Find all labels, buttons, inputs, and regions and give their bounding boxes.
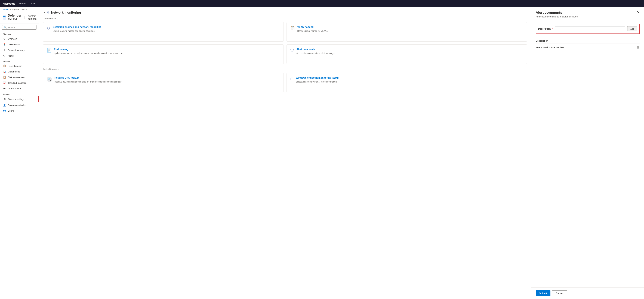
right-panel: Alert comments Add custom comments to al… [531,7,644,299]
device-inventory-icon: 🖥 [3,49,6,52]
custom-alert-rules-icon: 👤 [3,104,6,107]
reverse-dns-desc: Resolve device hostnames based on IP add… [54,80,122,83]
overview-icon: ⊙ [3,37,6,40]
main-layout: Home > System settings 🛡 Defender for Io… [0,7,644,299]
detection-engines-desc: Enable learning modes and engine coverag… [53,30,102,33]
top-bar: Microsoft contoso - 22.2.6 [0,0,644,7]
port-naming-title: Port naming [54,48,125,51]
sidebar-item-device-inventory[interactable]: 🖥 Device inventory [0,47,38,53]
nav-section-label-manage: Manage [0,91,38,96]
port-naming-icon: 📄 [47,48,52,53]
sidebar-item-device-map[interactable]: 📍 Device map [0,42,38,47]
reverse-dns-title: Reverse DNS lookup [54,76,122,79]
search-icon: 🔍 [4,26,6,29]
attack-vector-icon: 🗺 [3,87,6,90]
sidebar-item-label-event-timeline: Event timeline [8,65,22,67]
alert-comments-card-icon: 🛡 [290,48,294,53]
windows-endpoint-content: Windows endpoint monitoring (WMI) Select… [296,76,339,83]
sidebar: Home > System settings 🛡 Defender for Io… [0,7,39,299]
users-icon: 👥 [3,109,6,112]
panel-close-button[interactable]: ✕ [637,11,640,14]
customization-label: Customization [43,17,527,20]
panel-header-text: Alert comments Add custom comments to al… [536,11,578,18]
section-icon: ⚙ [47,11,50,15]
sidebar-item-label-risk-assessment: Risk assessment [8,76,25,79]
table-col-action-header [633,40,640,42]
sidebar-item-trends-statistics[interactable]: 📈 Trends & statistics [0,80,38,86]
sidebar-item-users[interactable]: 👥 Users [0,108,38,114]
sidebar-item-label-device-map: Device map [8,43,20,46]
tenant-name: contoso - 22.2.6 [19,2,36,5]
sidebar-item-event-timeline[interactable]: 📋 Event timeline [0,63,38,69]
sidebar-item-label-device-inventory: Device inventory [8,49,25,52]
reverse-dns-icon: 🔍 [47,77,52,82]
nav-section-label-discover: Discover [0,31,38,36]
breadcrumb-home[interactable]: Home [3,9,8,11]
section-header: ▼ ⚙ Network monitoring [43,11,527,15]
panel-header: Alert comments Add custom comments to al… [532,7,644,20]
port-naming-content: Port naming Update names of universally … [54,48,125,55]
breadcrumb-current: System settings [12,9,27,11]
required-star: * [551,28,553,30]
sidebar-item-label-system-settings: System settings [8,98,24,101]
sidebar-item-alerts[interactable]: 🛡 Alerts [0,53,38,59]
table-row: Needs info from vendor team 🗑 [536,44,640,51]
search-input[interactable] [8,26,35,29]
sidebar-item-overview[interactable]: ⊙ Overview [0,36,38,42]
card-port-naming[interactable]: 📄 Port naming Update names of universall… [43,45,284,64]
nav-manage-section: Manage ⚙ System settings 👤 Custom alert … [0,91,38,114]
panel-subtitle: Add custom comments to alert messages [536,15,578,18]
customization-cards-grid: ⚙ Detection engines and network modellin… [43,22,527,64]
breadcrumb: Home > System settings [0,7,38,12]
card-alert-comments[interactable]: 🛡 Alert comments Add custom comments to … [286,45,527,64]
device-map-icon: 📍 [3,43,6,46]
description-label: Description * [538,28,552,30]
vlan-naming-icon: 📋 [290,26,295,31]
nav-discover-section: Discover ⊙ Overview 📍 Device map 🖥 Devic… [0,31,38,59]
sidebar-item-data-mining[interactable]: 📊 Data mining [0,69,38,74]
sidebar-item-risk-assessment[interactable]: 📋 Risk assessment [0,74,38,80]
section-title: Network monitoring [51,11,81,15]
submit-button[interactable]: Submit [536,290,550,296]
card-detection-engines[interactable]: ⚙ Detection engines and network modellin… [43,22,284,42]
sidebar-item-attack-vector[interactable]: 🗺 Attack vector [0,86,38,91]
table-col-description-header: Description [536,40,633,42]
windows-endpoint-icon: ⊞ [290,77,293,81]
risk-assessment-icon: 📋 [3,76,6,79]
nav-analyze-section: Analyze 📋 Event timeline 📊 Data mining 📋… [0,59,38,91]
table-row-description: Needs info from vendor team [536,46,636,49]
sidebar-item-label-data-mining: Data mining [8,70,20,73]
description-input[interactable] [555,26,625,31]
card-windows-endpoint[interactable]: ⊞ Windows endpoint monitoring (WMI) Sele… [286,73,527,92]
card-reverse-dns[interactable]: 🔍 Reverse DNS lookup Resolve device host… [43,73,284,92]
sidebar-item-custom-alert-rules[interactable]: 👤 Custom alert rules [0,102,38,108]
card-vlan-naming[interactable]: 📋 VLAN naming Define unique names for VL… [286,22,527,42]
breadcrumb-separator: > [10,9,11,11]
alerts-icon: 🛡 [3,54,6,57]
add-button[interactable]: Add [627,26,637,31]
reverse-dns-content: Reverse DNS lookup Resolve device hostna… [54,76,122,83]
collapse-button[interactable]: ▼ [43,11,46,14]
nav-section-label-analyze: Analyze [0,59,38,63]
detection-engines-content: Detection engines and network modelling … [53,26,102,33]
sidebar-item-label-custom-alert-rules: Custom alert rules [8,104,26,107]
cancel-button[interactable]: Cancel [552,290,567,296]
search-box[interactable]: 🔍 [2,25,36,30]
windows-endpoint-title: Windows endpoint monitoring (WMI) [296,76,339,79]
page-title-sep: | [24,16,25,20]
form-row: Description * Add [536,24,640,34]
delete-button[interactable]: 🗑 [636,46,640,49]
sidebar-item-label-alerts: Alerts [8,55,14,57]
page-subtitle: System settings [28,15,36,20]
alert-comments-title: Alert comments [296,48,335,51]
detection-engines-title: Detection engines and network modelling [53,26,102,28]
data-mining-icon: 📊 [3,70,6,73]
sidebar-item-label-overview: Overview [8,38,17,40]
content-area: ▼ ⚙ Network monitoring Customization ⚙ D… [39,7,531,299]
panel-title: Alert comments [536,11,578,15]
panel-body: Description * Add Description Needs info… [532,20,644,287]
vlan-naming-title: VLAN naming [298,26,328,28]
vlan-naming-content: VLAN naming Define unique names for VLAN… [298,26,328,33]
sidebar-item-system-settings[interactable]: ⚙ System settings [0,96,38,102]
alert-comments-content: Alert comments Add custom comments to al… [296,48,335,55]
